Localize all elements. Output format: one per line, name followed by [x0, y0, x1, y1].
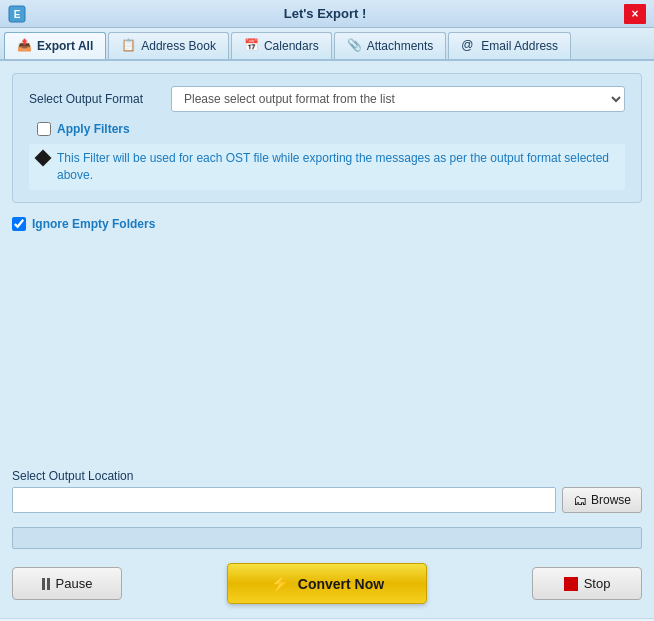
- tab-calendars[interactable]: 📅 Calendars: [231, 32, 332, 59]
- tab-calendars-label: Calendars: [264, 39, 319, 53]
- browse-icon: 🗂: [573, 492, 587, 508]
- browse-label: Browse: [591, 493, 631, 507]
- tab-attachments-label: Attachments: [367, 39, 434, 53]
- tab-email-address[interactable]: @ Email Address: [448, 32, 571, 59]
- ignore-label[interactable]: Ignore Empty Folders: [32, 217, 155, 231]
- filter-checkbox[interactable]: [37, 122, 51, 136]
- window-title: Let's Export !: [26, 6, 624, 21]
- format-select[interactable]: Please select output format from the lis…: [171, 86, 625, 112]
- attachments-icon: 📎: [347, 38, 363, 54]
- convert-button[interactable]: ⚡ Convert Now: [227, 563, 427, 604]
- pause-icon: [42, 578, 50, 590]
- email-icon: @: [461, 38, 477, 54]
- export-all-icon: 📤: [17, 38, 33, 54]
- address-book-icon: 📋: [121, 38, 137, 54]
- progress-area: [12, 527, 642, 549]
- tab-address-book-label: Address Book: [141, 39, 216, 53]
- ignore-row: Ignore Empty Folders: [12, 211, 642, 237]
- filter-row: Apply Filters: [29, 122, 625, 136]
- filter-label[interactable]: Apply Filters: [57, 122, 130, 136]
- convert-label: Convert Now: [298, 576, 384, 592]
- title-bar: E Let's Export ! ×: [0, 0, 654, 28]
- stop-button[interactable]: Stop: [532, 567, 642, 600]
- filter-info-text: This Filter will be used for each OST fi…: [57, 150, 617, 184]
- action-buttons: Pause ⚡ Convert Now Stop: [12, 557, 642, 606]
- location-row: 🗂 Browse: [12, 487, 642, 513]
- diamond-icon: [35, 150, 52, 167]
- pause-bar-left: [42, 578, 45, 590]
- convert-icon: ⚡: [270, 574, 290, 593]
- location-label: Select Output Location: [12, 469, 642, 483]
- browse-button[interactable]: 🗂 Browse: [562, 487, 642, 513]
- ignore-checkbox[interactable]: [12, 217, 26, 231]
- location-section: Select Output Location 🗂 Browse: [12, 465, 642, 519]
- tab-bar: 📤 Export All 📋 Address Book 📅 Calendars …: [0, 28, 654, 61]
- close-button[interactable]: ×: [624, 4, 646, 24]
- pause-bar-right: [47, 578, 50, 590]
- tab-email-address-label: Email Address: [481, 39, 558, 53]
- pause-label: Pause: [56, 576, 93, 591]
- svg-text:E: E: [14, 9, 21, 20]
- filter-info: This Filter will be used for each OST fi…: [29, 144, 625, 190]
- format-section: Select Output Format Please select outpu…: [12, 73, 642, 203]
- main-content: Select Output Format Please select outpu…: [0, 61, 654, 618]
- spacer: [12, 245, 642, 457]
- calendars-icon: 📅: [244, 38, 260, 54]
- stop-label: Stop: [584, 576, 611, 591]
- tab-export-all-label: Export All: [37, 39, 93, 53]
- location-input[interactable]: [12, 487, 556, 513]
- format-row: Select Output Format Please select outpu…: [29, 86, 625, 112]
- stop-icon: [564, 577, 578, 591]
- tab-export-all[interactable]: 📤 Export All: [4, 32, 106, 59]
- tab-attachments[interactable]: 📎 Attachments: [334, 32, 447, 59]
- app-icon: E: [8, 5, 26, 23]
- format-label: Select Output Format: [29, 92, 159, 106]
- tab-address-book[interactable]: 📋 Address Book: [108, 32, 229, 59]
- pause-button[interactable]: Pause: [12, 567, 122, 600]
